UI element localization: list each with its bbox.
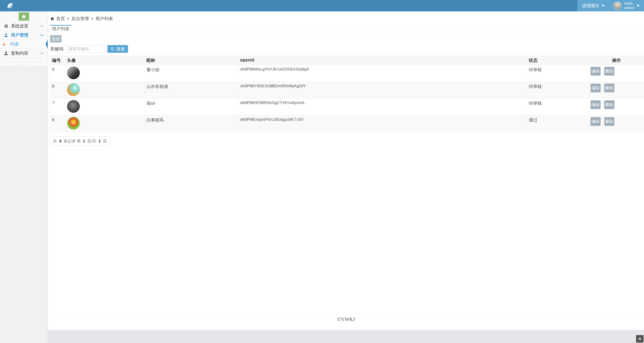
cell-id: 7 <box>50 99 66 115</box>
delete-button[interactable]: 删除 <box>604 67 614 76</box>
delete-button[interactable]: 删除 <box>604 100 614 109</box>
content-panel: 首页 > 后台管理 > 用户列表 用户列表 返回 关键词: 搜索 <box>48 11 644 314</box>
sidebar-collapse-button[interactable]: « <box>21 59 27 65</box>
copyright-text: ©YWKJ <box>337 316 355 322</box>
cell-status: 待审核 <box>527 99 589 115</box>
cell-nickname: 瑞sir <box>145 99 238 115</box>
breadcrumb: 首页 > 后台管理 > 用户列表 <box>50 16 644 22</box>
user-avatar <box>67 83 80 96</box>
cell-status: 待审核 <box>527 82 589 99</box>
cell-nickname: 董小姐 <box>145 65 238 82</box>
cell-id: 6 <box>50 115 66 132</box>
sidebar-item-system-settings[interactable]: 系统设置 <box>0 21 48 30</box>
edit-button[interactable]: 编辑 <box>590 100 600 109</box>
current-page: 1 <box>83 139 85 143</box>
chevron-down-icon <box>40 52 44 54</box>
sidebar-item-label: 复制内容 <box>11 50 28 56</box>
user-icon <box>4 51 8 55</box>
cell-nickname: 山水有相逢 <box>145 82 238 99</box>
sidebar: 系统设置 用户管理 » 列表 复制内容 <box>0 11 48 343</box>
breadcrumb-separator: > <box>67 16 70 21</box>
cell-openid: oK8P86UxpmFKnJJ9JaguStK7-SIY <box>238 115 527 132</box>
header-openid: openid <box>238 56 527 65</box>
table-row: 9 董小姐 oK8P86WsLgYhYJK1xG2G91HZddqA 待审核 编… <box>50 65 644 82</box>
keyword-label: 关键词: <box>50 46 64 52</box>
page-count: 1 <box>98 139 100 143</box>
home-icon <box>21 14 26 19</box>
home-icon <box>50 16 54 21</box>
chevron-down-icon <box>40 34 44 36</box>
tab-user-list[interactable]: 用户列表 <box>50 25 71 32</box>
user-icon <box>4 33 8 37</box>
sidebar-subitem-list[interactable]: » 列表 <box>0 39 48 49</box>
sidebar-item-label: 系统设置 <box>11 23 28 29</box>
double-chevron-up-icon <box>638 337 642 341</box>
table-header-row: 编号 头像 昵称 openid 状态 操作 <box>50 56 644 65</box>
active-item-marker <box>46 40 48 49</box>
header-status: 状态 <box>527 56 589 65</box>
cell-openid: oK8P86WsLgYhYJK1xG2G91HZddqA <box>238 65 527 82</box>
header-avatar: 头像 <box>66 56 145 65</box>
topbar-right: 清理缓存 Hello admin <box>578 0 644 11</box>
header-id: 编号 <box>50 56 66 65</box>
clear-cache-menu[interactable]: 清理缓存 <box>578 0 609 11</box>
table-row: 6 往事随风 oK8P86UxpmFKnJJ9JaguStK7-SIY 通过 编… <box>50 115 644 132</box>
record-count: 4 <box>59 139 62 143</box>
user-avatar <box>614 2 622 10</box>
edit-button[interactable]: 编辑 <box>590 67 600 76</box>
pagination-text: 条记录 第 <box>64 139 81 143</box>
sidebar-subitem-label: 列表 <box>10 41 19 47</box>
edit-button[interactable]: 编辑 <box>590 84 600 92</box>
user-avatar <box>67 66 80 79</box>
chevron-down-icon <box>602 5 604 7</box>
table-row: 7 瑞sir oK8P86SF89fS0vSgCTXFrrv6yvmA 待审核 … <box>50 99 644 115</box>
home-button[interactable] <box>18 12 29 21</box>
header-nickname: 昵称 <box>145 56 238 65</box>
sidebar-item-user-management[interactable]: 用户管理 <box>0 30 48 39</box>
breadcrumb-section[interactable]: 后台管理 <box>72 16 89 22</box>
pagination-text: 共 <box>53 139 57 143</box>
sidebar-item-label: 用户管理 <box>11 32 28 38</box>
main-area: 首页 > 后台管理 > 用户列表 用户列表 返回 关键词: 搜索 <box>48 11 644 330</box>
back-to-top-button[interactable] <box>636 335 644 343</box>
breadcrumb-home[interactable]: 首页 <box>56 16 65 22</box>
search-input[interactable] <box>66 45 106 53</box>
greeting-hello: Hello <box>624 1 634 6</box>
header-actions: 操作 <box>589 56 644 65</box>
search-button[interactable]: 搜索 <box>108 45 128 53</box>
tab-bar: 用户列表 <box>48 25 644 32</box>
cell-status: 通过 <box>527 115 589 132</box>
topbar: 清理缓存 Hello admin <box>0 0 644 11</box>
user-avatar <box>67 100 80 113</box>
delete-button[interactable]: 删除 <box>604 84 614 92</box>
cell-id: 8 <box>50 82 66 99</box>
pagination-summary: 共 4 条记录 第 1 页/共 1 页 <box>50 136 110 146</box>
user-menu[interactable]: Hello admin <box>609 0 644 11</box>
cell-id: 9 <box>50 65 66 82</box>
cell-openid: oK8P86SF89fS0vSgCTXFrrv6yvmA <box>238 99 527 115</box>
edit-button[interactable]: 编辑 <box>590 117 600 126</box>
breadcrumb-current-page: 用户列表 <box>96 16 113 22</box>
breadcrumb-separator: > <box>91 16 94 21</box>
delete-button[interactable]: 删除 <box>604 117 614 126</box>
cell-nickname: 往事随风 <box>145 115 238 132</box>
double-arrow-icon: » <box>3 41 6 47</box>
user-table: 编号 头像 昵称 openid 状态 操作 9 董小姐 oK8P86WsLgYh… <box>50 56 644 132</box>
cell-status: 待审核 <box>527 65 589 82</box>
footer: ©YWKJ <box>48 314 644 330</box>
user-avatar <box>67 117 80 129</box>
sidebar-item-copy-content[interactable]: 复制内容 <box>0 49 48 58</box>
pagination-text: 页 <box>103 139 107 143</box>
cell-openid: oK8P86Y6I3C4J8BDm0fOh6yKgGfY <box>238 82 527 99</box>
greeting-username: admin <box>624 6 634 10</box>
pagination-text: 页/共 <box>87 139 96 143</box>
clear-cache-label: 清理缓存 <box>582 3 599 9</box>
search-icon <box>110 47 114 51</box>
leaf-logo-icon <box>7 2 14 9</box>
gear-icon <box>4 24 8 28</box>
chevron-down-icon <box>40 25 44 27</box>
search-row: 关键词: 搜索 <box>50 45 644 53</box>
back-button[interactable]: 返回 <box>50 35 62 42</box>
table-row: 8 山水有相逢 oK8P86Y6I3C4J8BDm0fOh6yKgGfY 待审核… <box>50 82 644 99</box>
chevron-down-icon <box>636 5 640 7</box>
